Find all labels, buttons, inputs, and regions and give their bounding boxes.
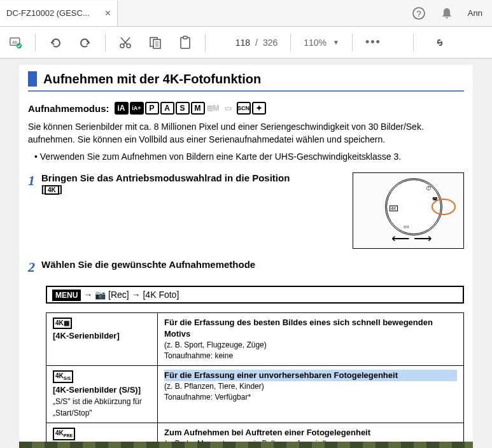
menu-rec: [Rec] [108, 290, 129, 300]
page-heading: Aufnehmen mit der 4K-Fotofunktion [43, 72, 261, 87]
dial-illustration: ⏱ ◚ 4K ▭ ⟵ ⟶ [353, 172, 464, 249]
page-viewport: Aufnehmen mit der 4K-Fotofunktion Aufnah… [0, 59, 492, 448]
clipboard-icon[interactable] [178, 36, 192, 50]
redo-icon[interactable] [78, 36, 92, 50]
table-row: 4K▦ [4K-Serienbilder] Für die Erfassung … [46, 312, 464, 365]
step-1-title: Bringen Sie das Antriebsmoduswahlrad in … [41, 172, 340, 195]
mode-a: A [160, 102, 174, 115]
signin-label[interactable]: Ann [468, 8, 482, 18]
row3-icon: 4KPRE [53, 428, 75, 440]
row1-label: [4K-Serienbilder] [53, 331, 120, 340]
page-separator: / [255, 38, 258, 48]
mode-s: S [176, 102, 190, 115]
row1-icon: 4K▦ [53, 318, 72, 329]
zoom-control[interactable]: 110% ▼ [304, 38, 339, 48]
step-2-title: Wählen Sie die gewünschte Aufnahmemethod… [41, 259, 464, 270]
copy-icon[interactable] [148, 36, 162, 50]
bell-icon[interactable] [440, 6, 454, 20]
page-input[interactable] [218, 38, 250, 48]
step-2-number: 2 [28, 259, 35, 276]
mode-ia-icon: iA [115, 102, 129, 115]
row2-label: [4K-Serienbilder (S/S)] [53, 385, 141, 395]
heading-accent [28, 71, 37, 87]
more-icon[interactable]: ••• [365, 36, 381, 49]
tab-close-icon[interactable]: × [105, 8, 111, 19]
page-total: 326 [263, 38, 278, 48]
row2-audio: Tonaufnahme: Verfügbar* [164, 392, 457, 403]
abc-check-icon[interactable]: Ab [10, 36, 22, 49]
mode-pano-icon: ▭ [221, 102, 235, 115]
menu-path: MENU → 📷 [Rec] → [4K Foto] [46, 286, 464, 304]
mode-label: Aufnahmemodus: [28, 103, 109, 114]
note-text: • Verwenden Sie zum Aufnehmen von Bilder… [34, 151, 464, 164]
mode-table: 4K▦ [4K-Serienbilder] Für die Erfassung … [46, 312, 464, 448]
cut-icon[interactable] [118, 36, 132, 50]
chevron-down-icon: ▼ [333, 39, 339, 46]
row1-example: (z. B. Sport, Flugzeuge, Züge) [164, 340, 457, 351]
tab-bar: DC-FZ10002 (GESC... × ? Ann [0, 0, 492, 27]
fourk-badge: 4K [45, 185, 59, 195]
row2-bold-highlighted[interactable]: Für die Erfassung einer unvorhersehbaren… [164, 370, 457, 381]
mode-icons: iA iA+ P A S M ⊞M ▭ SCN ✦ [115, 102, 266, 115]
row1-audio: Tonaufnahme: keine [164, 351, 457, 361]
document-tab[interactable]: DC-FZ10002 (GESC... × [0, 1, 118, 26]
page-content: Aufnehmen mit der 4K-Fotofunktion Aufnah… [19, 65, 473, 448]
row2-example: (z. B. Pflanzen, Tiere, Kinder) [164, 381, 457, 392]
tab-title: DC-FZ10002 (GESC... [6, 8, 100, 18]
table-row: 4KS/S [4K-Serienbilder (S/S)] „S/S" ist … [46, 365, 464, 423]
step-1-number: 1 [28, 172, 35, 249]
svg-text:Ab: Ab [12, 39, 17, 44]
help-icon[interactable]: ? [412, 6, 426, 20]
mode-movie-icon: ⊞M [206, 102, 220, 115]
undo-icon[interactable] [48, 36, 62, 50]
footer-decoration [19, 442, 473, 448]
mode-m: M [191, 102, 205, 115]
mode-creative-icon: ✦ [252, 102, 266, 115]
row2-icon: 4KS/S [53, 370, 73, 383]
mode-p: P [145, 102, 159, 115]
link-icon[interactable] [433, 36, 447, 50]
toolbar: Ab / 326 110% ▼ ••• [0, 27, 492, 59]
svg-rect-10 [183, 36, 187, 39]
menu-4kfoto: [4K Foto] [143, 290, 179, 300]
svg-text:?: ? [416, 9, 421, 18]
row2-sub: „S/S" ist die Abkürzung für „Start/Stop" [53, 397, 142, 417]
intro-text: Sie können Serienbilder mit ca. 8 Millio… [28, 121, 464, 146]
mode-scn: SCN [237, 102, 251, 115]
page-navigation: / 326 [218, 38, 278, 48]
row1-bold: Für die Erfassung des besten Bildes eine… [164, 317, 457, 340]
row3-bold: Zum Aufnehmen bei Auftreten einer Fotoge… [164, 427, 457, 438]
zoom-value: 110% [304, 38, 327, 48]
menu-button-label: MENU [52, 290, 81, 301]
mode-ia-plus-icon: iA+ [130, 102, 144, 115]
